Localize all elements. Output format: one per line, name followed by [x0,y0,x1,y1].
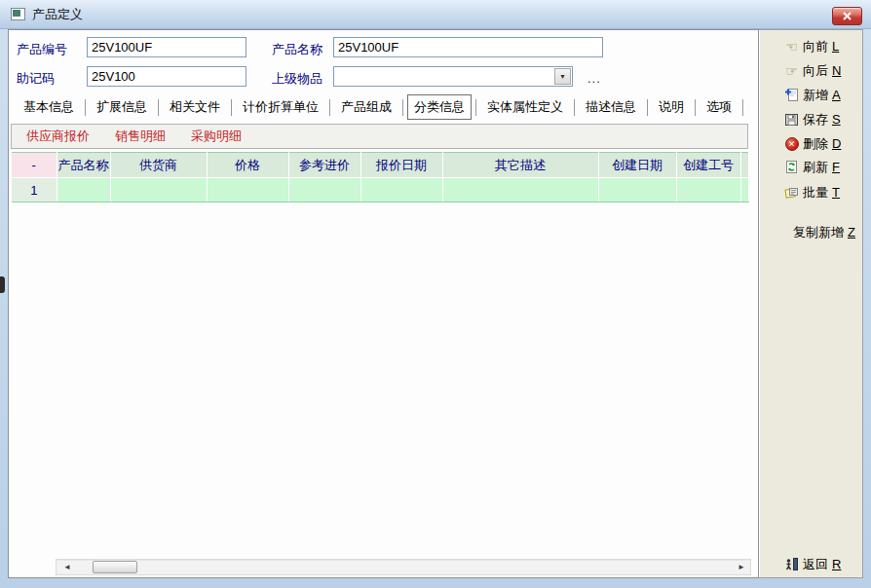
button-label: 保存 [803,111,828,129]
parent-item-dropdown-button[interactable]: ▼ [554,68,571,85]
window-title: 产品定义 [32,6,83,23]
batch-button[interactable]: 批量 T [760,181,861,203]
title-bar: 产品定义 [0,0,871,29]
grid-cell[interactable] [288,178,360,202]
grid-header-creator-id[interactable]: 创建工号 [676,153,740,178]
grid-header-supplier[interactable]: 供货商 [110,153,207,178]
nav-forward-button[interactable]: ☜ 向前 L [760,35,861,57]
tab-separator [742,99,743,116]
access-key: Z [848,225,855,239]
access-key: R [832,557,841,571]
delete-button[interactable]: ✕ 删除 D [760,132,861,155]
copy-add-button[interactable]: 复制新增 Z [760,221,861,243]
grid-cell[interactable] [110,178,207,202]
save-button[interactable]: 保存 S [760,108,861,130]
new-document-icon [783,88,800,102]
window-icon [11,8,25,20]
button-label: 删除 [803,135,828,153]
grid-cell[interactable] [598,178,676,202]
parent-item-value [337,69,552,85]
hand-right-icon: ☞ [783,64,800,78]
parent-item-browse-button[interactable]: ... [587,71,601,86]
refresh-button[interactable]: 刷新 F [760,156,861,178]
access-key: L [832,39,839,54]
grid-header-quote-date[interactable]: 报价日期 [360,153,442,178]
access-key: D [832,136,841,151]
tab-strip: 基本信息 扩展信息 相关文件 计价折算单位 产品组成 分类信息 实体属性定义 描… [13,94,753,120]
access-key: S [832,112,841,127]
parent-item-label: 上级物品 [272,70,322,88]
subtab-sales-details[interactable]: 销售明细 [115,128,166,145]
grid-cell[interactable] [207,178,288,202]
grid-header-created-date[interactable]: 创建日期 [598,153,676,178]
grid-cell[interactable] [442,178,598,202]
button-label: 返回 [803,556,828,573]
grid-corner-header[interactable]: - [12,153,57,178]
mnemonic-code-input[interactable] [87,66,246,87]
grid-header-row: - 产品名称 供货商 价格 参考进价 报价日期 其它描述 创建日期 创建工号 [12,153,749,178]
tab-pricing-units[interactable]: 计价折算单位 [232,94,329,120]
button-label: 复制新增 [793,224,844,241]
access-key: F [832,160,840,174]
horizontal-scrollbar[interactable]: ◄ ► [56,559,751,575]
grid-cell[interactable] [676,178,740,202]
tab-product-composition[interactable]: 产品组成 [330,94,402,120]
tab-related-files[interactable]: 相关文件 [159,94,231,120]
close-icon [843,12,852,20]
tab-description-info[interactable]: 描述信息 [575,94,647,120]
exit-icon [783,557,800,571]
tab-notes[interactable]: 说明 [648,94,695,120]
refresh-icon [783,160,800,174]
scrollbar-thumb[interactable] [93,561,137,573]
x-glyph: ✕ [785,137,799,151]
button-label: 批量 [803,184,828,202]
supplier-quote-grid: - 产品名称 供货商 价格 参考进价 报价日期 其它描述 创建日期 创建工号 1 [12,152,749,202]
button-label: 刷新 [803,159,828,176]
button-label: 向前 [803,38,828,55]
subtab-supplier-quotes[interactable]: 供应商报价 [26,128,90,145]
button-label: 新增 [803,87,828,104]
product-name-input[interactable] [333,37,603,57]
save-icon [783,112,800,127]
grid-cell[interactable] [57,178,110,202]
grid-header-other-desc[interactable]: 其它描述 [442,153,598,178]
button-label: 向后 [803,62,828,80]
delete-icon: ✕ [783,137,800,151]
scroll-left-icon[interactable]: ◄ [60,560,74,574]
scroll-right-icon[interactable]: ► [735,560,748,574]
grid-header-filler [740,153,749,178]
background-window-fragment [0,276,5,293]
product-definition-window: 产品定义 产品编号 产品名称 助记码 上级物品 ▼ ... 基本信息 扩展信息 [0,0,871,588]
batch-icon [783,185,800,200]
grid-header-price[interactable]: 价格 [207,153,288,178]
nav-backward-button[interactable]: ☞ 向后 N [760,59,861,82]
toolbar-sidebar: ☜ 向前 L ☞ 向后 N 新增 A [759,29,863,578]
grid-cell-filler [740,178,749,202]
subtab-purchase-details[interactable]: 采购明细 [191,128,242,145]
main-panel: 产品编号 产品名称 助记码 上级物品 ▼ ... 基本信息 扩展信息 相关文件 … [8,29,759,578]
grid-cell[interactable] [360,178,442,202]
grid-header-product-name[interactable]: 产品名称 [57,153,110,178]
product-code-input[interactable] [87,37,246,57]
hand-left-icon: ☜ [783,40,800,54]
tab-separator [402,99,403,116]
product-name-label: 产品名称 [272,41,322,58]
chevron-down-icon: ▼ [559,73,566,80]
parent-item-combobox[interactable]: ▼ [333,66,573,87]
return-button[interactable]: 返回 R [760,553,861,575]
product-code-label: 产品编号 [17,41,67,58]
add-new-button[interactable]: 新增 A [760,84,861,106]
tab-entity-attributes[interactable]: 实体属性定义 [476,94,574,120]
subtab-bar: 供应商报价 销售明细 采购明细 [11,124,748,149]
access-key: A [832,88,841,102]
tab-options[interactable]: 选项 [696,94,742,120]
tab-extended-info[interactable]: 扩展信息 [86,94,158,120]
tab-classification-info-selected[interactable]: 分类信息 [407,94,472,120]
grid-row-number[interactable]: 1 [12,178,57,202]
access-key: T [832,185,840,200]
close-button[interactable] [832,7,862,25]
tab-basic-info[interactable]: 基本信息 [13,94,85,120]
access-key: N [832,63,841,78]
grid-header-ref-price[interactable]: 参考进价 [288,153,360,178]
mnemonic-code-label: 助记码 [17,70,55,88]
